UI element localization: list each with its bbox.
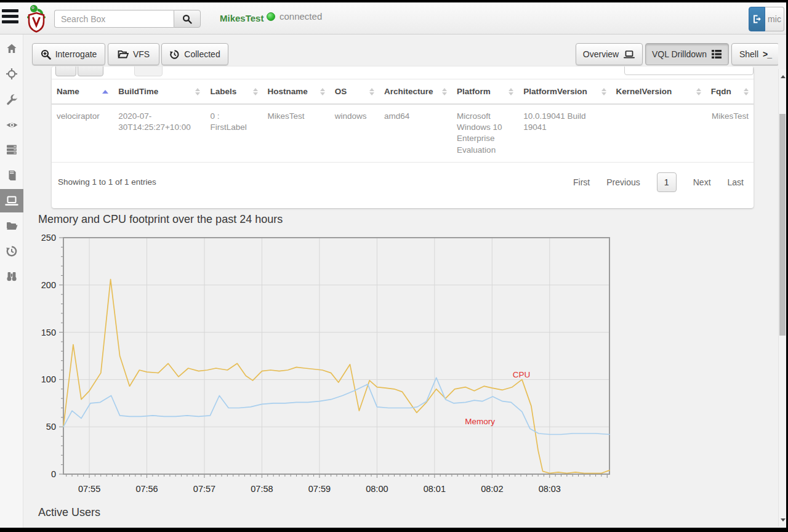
svg-text:07:57: 07:57 [193,484,215,494]
svg-text:100: 100 [41,374,56,384]
wrench-icon [6,94,18,106]
sidebar-item-server-events[interactable] [0,138,23,161]
sidebar-item-home[interactable] [0,37,23,60]
main-content: Interrogate VFS Collected Overview [23,34,778,528]
cell-name: velociraptor [52,104,113,162]
vfs-button[interactable]: VFS [108,43,159,65]
eye-icon [6,119,18,131]
sort-arrows-icon [442,88,447,95]
column-header-labels[interactable]: Labels [205,79,262,105]
column-header-kernelversion[interactable]: KernelVersion [611,79,706,105]
svg-text:Memory: Memory [465,417,495,426]
column-label: KernelVersion [616,87,672,96]
server-stack-icon [6,143,18,156]
magnifier-plus-icon [41,49,51,60]
column-header-architecture[interactable]: Architecture [379,79,452,105]
tab-overview[interactable]: Overview [576,43,643,65]
column-header-platform[interactable]: Platform [452,79,518,105]
screen-edge-bottom [0,528,788,532]
terminal-icon: >_ [763,49,771,59]
sort-arrows-icon [601,88,606,95]
collected-button[interactable]: Collected [161,43,228,65]
memory-cpu-chart: 05010015020025007:5507:5607:5707:5807:59… [28,229,619,501]
screen: MikesTest connected mic [0,0,788,532]
logout-button[interactable] [749,7,765,31]
tab-vql-drilldown[interactable]: VQL Drilldown [645,43,729,65]
search-input[interactable] [54,10,174,28]
interrogate-label: Interrogate [55,49,97,59]
column-label: PlatformVersion [523,87,587,96]
pagination-last[interactable]: Last [728,177,744,187]
sidebar-item-host-view[interactable] [0,189,23,212]
column-label: OS [335,87,347,96]
sidebar-item-collected[interactable] [0,240,23,263]
client-name: MikesTest [220,13,263,23]
svg-text:07:56: 07:56 [135,484,158,494]
interrogate-button[interactable]: Interrogate [32,43,105,65]
column-header-name[interactable]: Name [52,79,113,105]
column-header-os[interactable]: OS [330,79,379,105]
column-label: Name [57,87,79,96]
cell-architecture: amd64 [379,104,452,162]
sidebar-item-server-config[interactable] [0,88,23,111]
user-button-group: mic [749,7,784,31]
sort-arrows-icon [696,88,701,95]
column-header-platformversion[interactable]: PlatformVersion [518,79,611,105]
column-header-buildtime[interactable]: BuildTime [113,79,205,105]
scroll-up-icon[interactable] [781,75,786,78]
table-filter-input[interactable] [624,66,754,75]
cell-labels: 0 : FirstLabel [205,104,262,162]
page-button-current[interactable]: 1 [657,172,677,192]
cell-platform: Microsoft Windows 10 Enterprise Evaluati… [452,104,518,162]
folder-open-icon [6,220,18,232]
user-menu-button[interactable]: mic [765,7,784,31]
tab-overview-label: Overview [583,49,619,59]
sort-arrows-icon [320,88,325,95]
cell-os: windows [330,104,379,162]
column-header-hostname[interactable]: Hostname [263,79,330,105]
table-toolbar-button-2[interactable] [78,66,103,76]
table-toolbar-button-3[interactable] [134,66,163,76]
table-toolbar-button-1[interactable] [55,66,76,76]
connection-status-label: connected [279,11,322,22]
tab-shell[interactable]: Shell >_ [731,43,778,65]
sidebar-item-notebooks[interactable] [0,164,23,187]
svg-text:08:02: 08:02 [481,484,503,494]
sidebar-item-search[interactable] [0,265,23,288]
table-toolbar-clipped [52,66,754,79]
folder-open-icon [118,49,129,59]
table-row[interactable]: velociraptor2020-07-30T14:25:27+10:000 :… [52,104,754,162]
scroll-down-icon[interactable] [781,518,786,522]
cell-fqdn: MikesTest [706,104,754,162]
home-icon [6,42,18,55]
sidebar-item-hunt-manager[interactable] [0,62,23,86]
velociraptor-gecko-icon [25,4,47,33]
sort-arrows-icon [744,88,749,95]
vfs-label: VFS [133,49,150,59]
table-body: velociraptor2020-07-30T14:25:27+10:000 :… [52,104,754,162]
scrollbar-thumb[interactable] [779,114,786,336]
pagination-next[interactable]: Next [693,177,711,187]
sort-arrows-icon [195,88,200,95]
sidebar-item-vfs[interactable] [0,214,23,238]
server-tasks-icon [711,49,722,59]
svg-text:08:01: 08:01 [424,484,446,494]
column-label: Labels [210,87,236,96]
column-header-fqdn[interactable]: Fqdn [706,79,754,105]
hamburger-menu-icon[interactable] [2,9,19,28]
vertical-scrollbar[interactable] [778,69,786,526]
binoculars-icon [6,270,18,283]
sidebar-nav [0,34,23,528]
tab-shell-label: Shell [739,49,758,59]
svg-text:07:58: 07:58 [251,484,273,494]
connection-status: connected [267,11,322,22]
chart-title: Memory and CPU footprint over the past 2… [38,213,283,226]
sidebar-item-artifacts[interactable] [0,113,23,137]
pagination-first[interactable]: First [573,177,590,187]
search-button[interactable] [174,10,201,28]
pagination: FirstPrevious1NextLast [573,172,744,192]
pagination-previous[interactable]: Previous [606,177,640,187]
laptop-icon [5,195,18,207]
velociraptor-logo [25,4,47,36]
column-label: Hostname [268,87,308,96]
